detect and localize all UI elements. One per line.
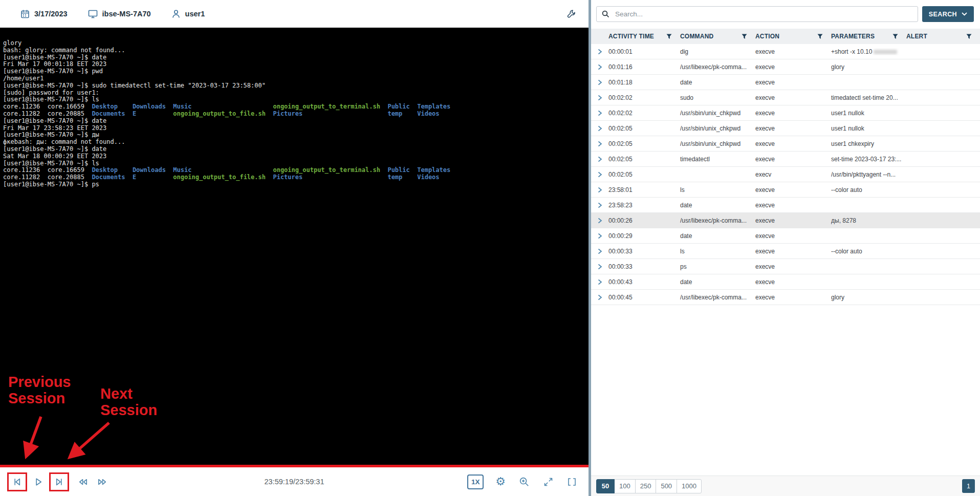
user-name: user1 bbox=[185, 10, 205, 18]
cell-parameters: ды, 8278 bbox=[831, 217, 906, 224]
row-expand-chevron-icon[interactable] bbox=[591, 64, 608, 70]
row-expand-chevron-icon[interactable] bbox=[591, 264, 608, 270]
row-expand-chevron-icon[interactable] bbox=[591, 95, 608, 101]
computer-name: ibse-MS-7A70 bbox=[102, 10, 151, 18]
terminal-line: [user1@ibse-MS-7A70 ~]$ ды bbox=[3, 132, 589, 139]
cell-action: execve bbox=[755, 278, 831, 286]
row-expand-chevron-icon[interactable] bbox=[591, 248, 608, 254]
terminal-line: core.11236 core.16659 Desktop Downloads … bbox=[3, 103, 589, 111]
row-expand-chevron-icon[interactable] bbox=[591, 294, 608, 300]
playback-speed-button[interactable]: 1X bbox=[467, 475, 484, 489]
fast-forward-icon bbox=[96, 476, 109, 488]
expand-button[interactable] bbox=[542, 476, 555, 488]
table-row[interactable]: 23:58:01lsexecve--color auto bbox=[591, 182, 980, 198]
search-button-label: SEARCH bbox=[929, 11, 957, 18]
table-row[interactable]: 00:02:02sudoexecvetimedatectl set-time 2… bbox=[591, 90, 980, 105]
row-expand-chevron-icon[interactable] bbox=[591, 233, 608, 239]
cell-parameters: user1 nullok bbox=[831, 110, 906, 117]
command-log-pane: SEARCH ACTIVITY TIMECOMMANDACTIONPARAMET… bbox=[591, 0, 980, 496]
page-number-badge[interactable]: 1 bbox=[962, 479, 975, 493]
search-button[interactable]: SEARCH bbox=[922, 6, 974, 22]
column-header-activity-time[interactable]: ACTIVITY TIME bbox=[608, 29, 680, 44]
row-expand-chevron-icon[interactable] bbox=[591, 187, 608, 193]
table-row[interactable]: 00:00:01digexecve+short -x 10.10 bbox=[591, 44, 980, 59]
table-rows: 00:00:01digexecve+short -x 10.1000:01:16… bbox=[591, 44, 980, 305]
terminal-output: glorybash: glory: command not found...[u… bbox=[0, 28, 589, 188]
page-size-1000-button[interactable]: 1000 bbox=[677, 479, 702, 493]
row-expand-chevron-icon[interactable] bbox=[591, 156, 608, 162]
row-expand-chevron-icon[interactable] bbox=[591, 125, 608, 132]
row-expand-chevron-icon[interactable] bbox=[591, 202, 608, 208]
table-row[interactable]: 00:00:43dateexecve bbox=[591, 274, 980, 290]
table-row[interactable]: 23:58:23dateexecve bbox=[591, 198, 980, 213]
next-session-icon bbox=[53, 476, 65, 488]
row-expand-chevron-icon[interactable] bbox=[591, 79, 608, 85]
terminal-line: bash: glory: command not found... bbox=[3, 47, 589, 54]
cell-parameters: --color auto bbox=[831, 248, 906, 255]
search-row: SEARCH bbox=[591, 0, 980, 29]
player-settings-button[interactable]: ⚙ bbox=[494, 475, 507, 488]
rewind-icon bbox=[76, 476, 90, 488]
rewind-button[interactable] bbox=[75, 475, 91, 489]
table-row[interactable]: 00:00:33psexecve bbox=[591, 259, 980, 274]
next-session-button[interactable] bbox=[52, 475, 66, 489]
table-row[interactable]: 00:00:26/usr/libexec/pk-comma...execveды… bbox=[591, 213, 980, 228]
table-row[interactable]: 00:01:16/usr/libexec/pk-comma...execvegl… bbox=[591, 59, 980, 75]
zoom-in-button[interactable] bbox=[517, 475, 531, 489]
table-row[interactable]: 00:02:02/usr/sbin/unix_chkpwdexecveuser1… bbox=[591, 105, 980, 121]
cell-activity-time: 00:00:45 bbox=[608, 294, 680, 301]
column-header-parameters[interactable]: PARAMETERS bbox=[831, 29, 906, 44]
table-row[interactable]: 00:02:05execv/usr/bin/pkttyagent --n... bbox=[591, 167, 980, 182]
fullscreen-icon bbox=[567, 477, 577, 487]
table-row[interactable]: 00:00:33lsexecve--color auto bbox=[591, 244, 980, 259]
column-header-action[interactable]: ACTION bbox=[755, 29, 831, 44]
terminal-line: [user1@ibse-MS-7A70 ~]$ ps bbox=[3, 181, 589, 188]
table-row[interactable]: 00:02:05/usr/sbin/unix_chkpwdexecveuser1… bbox=[591, 136, 980, 152]
fullscreen-button[interactable] bbox=[565, 476, 578, 488]
table-row[interactable]: 00:00:45/usr/libexec/pk-comma...execvegl… bbox=[591, 290, 980, 305]
terminal-line: [user1@ibse-MS-7A70 ~]$ date bbox=[3, 118, 589, 125]
cell-activity-time: 00:00:29 bbox=[608, 232, 680, 240]
cell-parameters: +short -x 10.10 bbox=[831, 48, 906, 55]
filter-funnel-icon[interactable] bbox=[666, 34, 672, 39]
row-expand-chevron-icon[interactable] bbox=[591, 171, 608, 178]
row-expand-chevron-icon[interactable] bbox=[591, 110, 608, 116]
row-expand-chevron-icon[interactable] bbox=[591, 279, 608, 285]
page-size-500-button[interactable]: 500 bbox=[656, 479, 677, 493]
table-row[interactable]: 00:00:29dateexecve bbox=[591, 228, 980, 244]
search-input[interactable] bbox=[614, 10, 912, 18]
cell-activity-time: 00:02:05 bbox=[608, 171, 680, 178]
table-row[interactable]: 00:01:18dateexecve bbox=[591, 75, 980, 90]
table-row[interactable]: 00:02:05timedatectlexecveset-time 2023-0… bbox=[591, 152, 980, 167]
cell-action: execve bbox=[755, 217, 831, 224]
row-expand-chevron-icon[interactable] bbox=[591, 49, 608, 55]
terminal-line: [user1@ibse-MS-7A70 ~]$ pwd bbox=[3, 68, 589, 75]
table-row[interactable]: 00:02:05/usr/sbin/unix_chkpwdexecveuser1… bbox=[591, 121, 980, 136]
column-header-alert[interactable]: ALERT bbox=[906, 29, 980, 44]
cell-activity-time: 00:01:18 bbox=[608, 79, 680, 86]
tools-wrench-button[interactable] bbox=[565, 8, 577, 20]
previous-session-button[interactable] bbox=[10, 475, 24, 489]
play-button[interactable] bbox=[31, 475, 45, 489]
cell-command: /usr/sbin/unix_chkpwd bbox=[680, 125, 755, 132]
filter-funnel-icon[interactable] bbox=[742, 34, 747, 39]
filter-funnel-icon[interactable] bbox=[966, 34, 972, 39]
cell-parameters: glory bbox=[831, 294, 906, 301]
next-session-highlight-box bbox=[49, 472, 69, 491]
page-size-250-button[interactable]: 250 bbox=[635, 479, 657, 493]
page-size-50-button[interactable]: 50 bbox=[596, 479, 615, 493]
row-expand-chevron-icon[interactable] bbox=[591, 141, 608, 147]
column-header-command[interactable]: COMMAND bbox=[680, 29, 755, 44]
cell-parameters: timedatectl set-time 20... bbox=[831, 94, 906, 101]
gear-icon: ⚙ bbox=[495, 476, 506, 487]
cell-command: /usr/sbin/unix_chkpwd bbox=[680, 140, 755, 147]
cell-action: execve bbox=[755, 110, 831, 117]
filter-funnel-icon[interactable] bbox=[817, 34, 823, 39]
filter-funnel-icon[interactable] bbox=[892, 34, 898, 39]
fast-forward-button[interactable] bbox=[95, 475, 110, 489]
cell-action: execve bbox=[755, 232, 831, 240]
page-size-100-button[interactable]: 100 bbox=[614, 479, 636, 493]
cell-parameters: /usr/bin/pkttyagent --n... bbox=[831, 171, 906, 178]
cell-action: execve bbox=[755, 202, 831, 209]
row-expand-chevron-icon[interactable] bbox=[591, 218, 608, 224]
